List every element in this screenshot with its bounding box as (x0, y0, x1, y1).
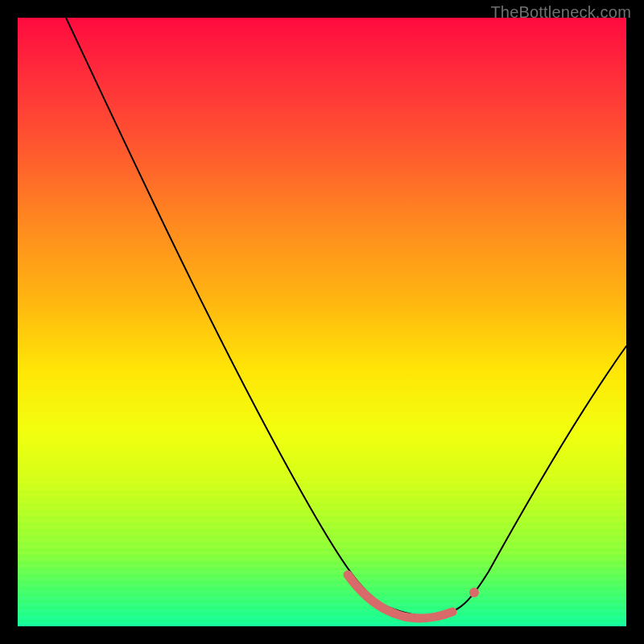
optimal-range-highlight (348, 575, 452, 618)
chart-frame: TheBottleneck.com (0, 0, 644, 644)
curve-svg-layer (18, 18, 626, 626)
optimal-range-highlight-dot (469, 588, 479, 597)
bottleneck-curve (66, 18, 626, 616)
